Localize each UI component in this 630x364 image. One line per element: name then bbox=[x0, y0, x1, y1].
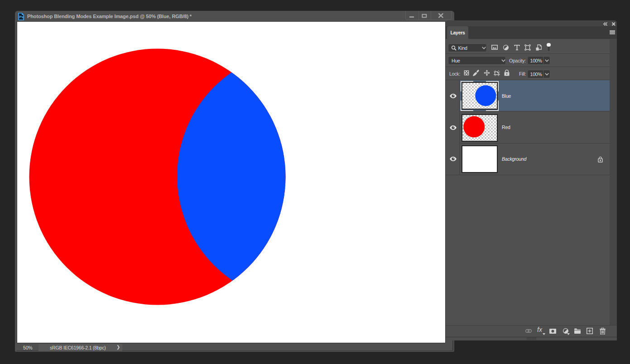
svg-text:Ps: Ps bbox=[19, 15, 23, 19]
